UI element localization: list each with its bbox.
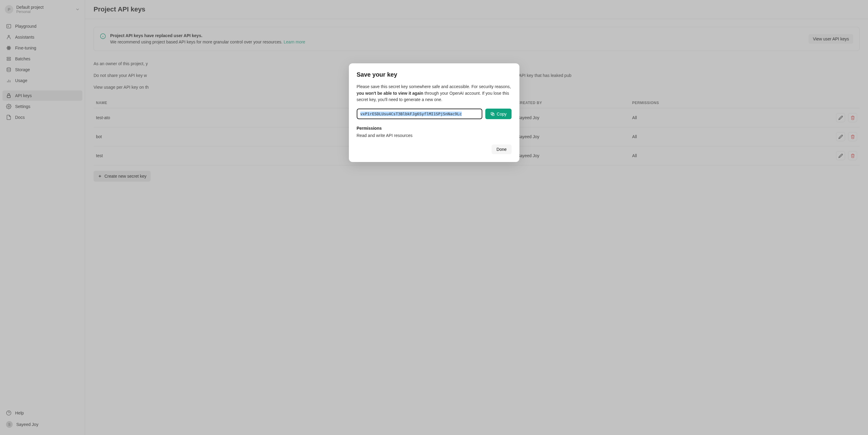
copy-icon	[490, 112, 495, 116]
copy-label: Copy	[497, 112, 507, 116]
copy-button[interactable]: Copy	[485, 109, 512, 119]
permissions-heading: Permissions	[357, 126, 512, 131]
modal-title: Save your key	[357, 71, 512, 78]
modal-overlay[interactable]: Save your key Please save this secret ke…	[0, 0, 868, 435]
done-button[interactable]: Done	[492, 144, 511, 154]
save-key-modal: Save your key Please save this secret ke…	[349, 63, 519, 162]
modal-description: Please save this secret key somewhere sa…	[357, 83, 512, 103]
secret-key-input[interactable]	[357, 109, 482, 119]
permissions-value: Read and write API resources	[357, 133, 512, 138]
